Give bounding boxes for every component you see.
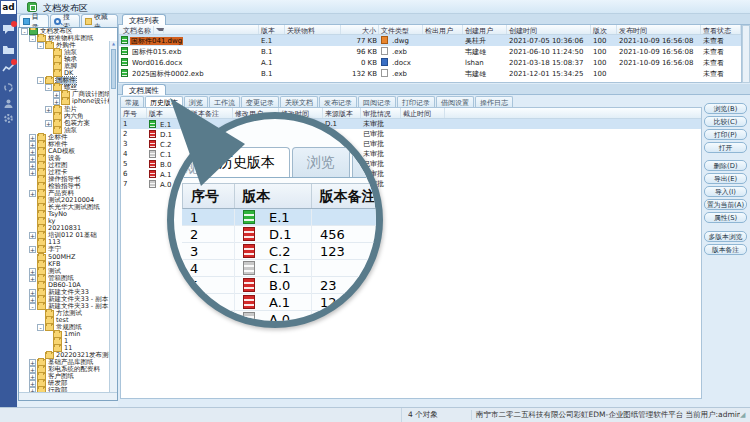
tree-expander[interactable]: + (29, 134, 36, 141)
tree-item[interactable]: KFB (19, 261, 117, 268)
col-published[interactable]: 发布时间 (617, 25, 701, 34)
col-docname[interactable]: 文档名称 (119, 25, 259, 34)
tree-vertical-scrollbar[interactable]: ▲ (109, 41, 117, 401)
properties-tab[interactable]: 变更记录 (241, 96, 279, 107)
tree-expander[interactable]: + (29, 190, 36, 197)
document-name-cell[interactable]: Word016.docx (119, 58, 259, 67)
chart-icon[interactable] (2, 62, 15, 73)
tree-expander[interactable]: - (37, 324, 44, 331)
tree-item[interactable]: + 过程图 (19, 162, 117, 169)
tree-expander[interactable]: + (29, 162, 36, 169)
tree-expander[interactable]: + (29, 366, 36, 373)
properties-tab[interactable]: 工作流 (209, 96, 240, 107)
properties-tab[interactable]: 操作日志 (475, 96, 513, 107)
tree-item[interactable]: 长光华大测试图纸 (19, 204, 117, 211)
properties-tab[interactable]: 历史版本 (145, 96, 183, 107)
action-button[interactable]: 属性(S) (704, 212, 747, 223)
tree-expander[interactable]: - (29, 303, 36, 310)
tree-expander[interactable]: + (29, 373, 36, 380)
tree-item[interactable]: 113 (19, 239, 117, 246)
tree-item[interactable]: + 客户图纸 (19, 373, 117, 380)
tree-expander[interactable]: + (29, 155, 36, 162)
col-filetype[interactable]: 文件类型 (379, 25, 423, 34)
col-note[interactable]: 版本备注 (189, 108, 233, 118)
tree-expander[interactable]: - (37, 42, 44, 49)
col-created[interactable]: 创建时间 (507, 25, 591, 34)
action-button[interactable]: 删除(D) (704, 160, 747, 171)
tree-expander[interactable]: + (29, 289, 36, 296)
properties-tab[interactable]: 回阅记录 (358, 96, 396, 107)
folder-icon[interactable] (2, 44, 15, 55)
sync-icon[interactable] (2, 82, 15, 93)
document-row[interactable]: Word016.docx A.1 0 KB .docx lshan 2021-0… (119, 57, 741, 68)
tree-expander[interactable]: + (45, 106, 52, 113)
document-row[interactable]: 国标件015.exb B.1 96 KB .exb 韦建雄 2021-06-10… (119, 46, 741, 57)
col-approval[interactable]: 审批情况 (361, 108, 401, 118)
action-button[interactable]: 打开 (704, 142, 747, 153)
chat-icon[interactable] (2, 24, 15, 35)
col-size[interactable]: 大小 (341, 25, 379, 34)
properties-tab[interactable]: 借阅设置 (436, 96, 474, 107)
tab-favorites[interactable]: 收藏夹 (81, 14, 118, 27)
action-button[interactable]: 导入(I) (704, 186, 747, 197)
col-source-version[interactable]: 来源版本 (323, 108, 361, 118)
properties-tab[interactable]: 关联文档 (280, 96, 318, 107)
action-button[interactable]: 比较(C) (704, 116, 747, 127)
tree-expander[interactable]: - (29, 35, 36, 42)
tree-item[interactable]: TsyNo (19, 211, 117, 218)
tab-properties[interactable]: 文档属性 (122, 84, 166, 95)
col-checkout-user[interactable]: 检出用户 (423, 25, 463, 34)
tree-expander[interactable]: + (29, 296, 36, 303)
tree-expander[interactable]: + (29, 169, 36, 176)
col-rev[interactable]: 版次 (591, 25, 617, 34)
contacts-icon[interactable] (2, 98, 15, 109)
tree-expander[interactable]: + (53, 91, 60, 98)
tree-item[interactable]: 方法测试 (19, 310, 117, 317)
document-row[interactable]: 国标件041.dwg E.1 77 KB .dwg 吴桂升 2021-07-05… (119, 35, 741, 46)
tree-expander[interactable]: + (29, 246, 36, 253)
properties-tab[interactable]: 发布记录 (319, 96, 357, 107)
col-seq[interactable]: 序号 (121, 108, 147, 118)
col-creator[interactable]: 创建用户 (463, 25, 507, 34)
action-button[interactable]: 置为当前(A) (704, 199, 747, 210)
tree-expander[interactable]: + (29, 275, 36, 282)
action-button[interactable]: 多版本浏览 (704, 231, 747, 242)
properties-tab[interactable]: 浏览 (184, 96, 208, 107)
tab-catalog[interactable]: 目录 (19, 14, 49, 27)
app-logo[interactable]: ad (1, 1, 16, 14)
col-hversion[interactable]: 版本 (147, 108, 189, 118)
action-button[interactable]: 版本备注 (704, 244, 747, 255)
history-row[interactable]: 1 E.1 D.1 未审批 (121, 119, 701, 129)
tree-expander[interactable]: + (29, 380, 36, 387)
action-button[interactable]: 浏览(B) (704, 103, 747, 114)
tree-item[interactable]: + CAD模板 (19, 148, 117, 155)
tree-expander[interactable]: + (29, 232, 36, 239)
gear-icon[interactable] (2, 113, 15, 124)
col-deadline[interactable]: 截止时间 (401, 108, 445, 118)
document-name-cell[interactable]: 国标件015.exb (119, 47, 259, 57)
tree-expander[interactable]: + (29, 141, 36, 148)
col-viewstate[interactable]: 查看状态 (701, 25, 741, 34)
action-button[interactable]: 打印(P) (704, 129, 747, 140)
document-name-cell[interactable]: 2025国标件0002.exb (119, 69, 259, 79)
tree-horizontal-scrollbar[interactable] (19, 392, 118, 400)
tree-expander[interactable]: + (45, 120, 52, 127)
tree-item[interactable]: + 培训012 01基础 (19, 232, 117, 239)
tree-item[interactable]: 1min (19, 331, 117, 338)
tab-search[interactable]: 搜索 (50, 14, 80, 27)
col-version[interactable]: 版本 (259, 25, 285, 34)
tree-expander[interactable]: - (45, 84, 52, 91)
properties-tab[interactable]: 打印记录 (397, 96, 435, 107)
tree-expander[interactable]: - (21, 28, 28, 35)
tree-expander[interactable]: + (29, 148, 36, 155)
doclist-scrollbar[interactable] (742, 25, 750, 83)
resize-grip[interactable]: ◢ (740, 411, 750, 419)
action-button[interactable]: 导出(E) (704, 173, 747, 184)
document-row[interactable]: 2025国标件0002.exb B.1 132 KB .exb 韦建雄 2021… (119, 68, 741, 79)
tree-expander[interactable]: + (29, 359, 36, 366)
tree-expander[interactable]: + (29, 268, 36, 275)
document-name-cell[interactable]: 国标件041.dwg (119, 36, 259, 46)
tree-item[interactable]: 油泵 (19, 127, 117, 134)
tree-item[interactable]: + 设备 (19, 155, 117, 162)
col-material[interactable]: 关联物料 (285, 25, 341, 34)
